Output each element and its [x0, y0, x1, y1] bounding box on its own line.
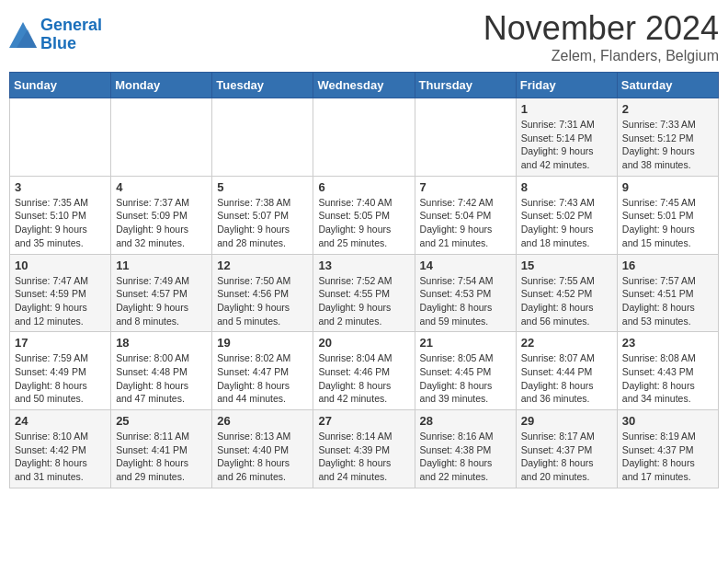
day-number: 26 — [217, 414, 308, 428]
month-title: November 2024 — [483, 9, 719, 48]
day-number: 27 — [318, 414, 409, 428]
day-info: Sunrise: 8:19 AM Sunset: 4:37 PM Dayligh… — [622, 430, 713, 484]
header-saturday: Saturday — [617, 73, 718, 98]
calendar-cell — [415, 98, 516, 177]
day-info: Sunrise: 7:35 AM Sunset: 5:10 PM Dayligh… — [15, 196, 106, 250]
calendar-cell: 20Sunrise: 8:04 AM Sunset: 4:46 PM Dayli… — [313, 332, 415, 410]
calendar-cell: 2Sunrise: 7:33 AM Sunset: 5:12 PM Daylig… — [617, 98, 718, 177]
day-info: Sunrise: 7:40 AM Sunset: 5:05 PM Dayligh… — [318, 196, 409, 250]
day-info: Sunrise: 7:54 AM Sunset: 4:53 PM Dayligh… — [420, 274, 511, 328]
logo-icon — [9, 22, 37, 48]
header-monday: Monday — [111, 73, 212, 98]
day-info: Sunrise: 8:10 AM Sunset: 4:42 PM Dayligh… — [15, 430, 106, 484]
day-number: 28 — [420, 414, 511, 428]
calendar-cell: 17Sunrise: 7:59 AM Sunset: 4:49 PM Dayli… — [10, 332, 111, 410]
calendar-cell: 18Sunrise: 8:00 AM Sunset: 4:48 PM Dayli… — [111, 332, 212, 410]
week-row-0: 1Sunrise: 7:31 AM Sunset: 5:14 PM Daylig… — [10, 98, 719, 177]
calendar-cell: 11Sunrise: 7:49 AM Sunset: 4:57 PM Dayli… — [111, 254, 212, 332]
calendar-cell: 3Sunrise: 7:35 AM Sunset: 5:10 PM Daylig… — [10, 176, 111, 254]
day-number: 1 — [521, 102, 612, 116]
day-number: 4 — [116, 180, 207, 194]
day-info: Sunrise: 8:00 AM Sunset: 4:48 PM Dayligh… — [116, 351, 207, 406]
calendar-cell: 6Sunrise: 7:40 AM Sunset: 5:05 PM Daylig… — [313, 176, 415, 254]
week-row-1: 3Sunrise: 7:35 AM Sunset: 5:10 PM Daylig… — [10, 176, 719, 254]
day-info: Sunrise: 8:05 AM Sunset: 4:45 PM Dayligh… — [420, 351, 511, 406]
week-row-2: 10Sunrise: 7:47 AM Sunset: 4:59 PM Dayli… — [10, 254, 719, 332]
calendar-table: SundayMondayTuesdayWednesdayThursdayFrid… — [9, 72, 719, 488]
calendar-cell: 27Sunrise: 8:14 AM Sunset: 4:39 PM Dayli… — [313, 410, 415, 488]
day-info: Sunrise: 8:14 AM Sunset: 4:39 PM Dayligh… — [318, 430, 409, 484]
day-number: 14 — [420, 259, 511, 272]
day-number: 3 — [15, 180, 106, 194]
calendar-cell — [111, 98, 212, 177]
day-number: 9 — [622, 180, 713, 194]
day-number: 24 — [15, 414, 106, 428]
calendar-cell: 25Sunrise: 8:11 AM Sunset: 4:41 PM Dayli… — [111, 410, 212, 488]
day-number: 2 — [622, 102, 713, 116]
day-info: Sunrise: 8:08 AM Sunset: 4:43 PM Dayligh… — [622, 351, 713, 406]
logo: General Blue — [9, 17, 102, 53]
day-info: Sunrise: 7:50 AM Sunset: 4:56 PM Dayligh… — [217, 274, 308, 328]
day-number: 22 — [521, 336, 612, 350]
day-info: Sunrise: 7:55 AM Sunset: 4:52 PM Dayligh… — [521, 274, 612, 328]
day-number: 19 — [217, 336, 308, 350]
header-wednesday: Wednesday — [313, 73, 415, 98]
day-number: 5 — [217, 180, 308, 194]
day-number: 7 — [420, 180, 511, 194]
day-number: 12 — [217, 259, 308, 272]
calendar-cell: 12Sunrise: 7:50 AM Sunset: 4:56 PM Dayli… — [212, 254, 313, 332]
day-number: 29 — [521, 414, 612, 428]
location: Zelem, Flanders, Belgium — [483, 48, 719, 64]
day-info: Sunrise: 7:43 AM Sunset: 5:02 PM Dayligh… — [521, 196, 612, 250]
logo-text: General Blue — [40, 17, 102, 53]
calendar-cell: 16Sunrise: 7:57 AM Sunset: 4:51 PM Dayli… — [617, 254, 718, 332]
calendar-cell — [313, 98, 415, 177]
header-friday: Friday — [516, 73, 617, 98]
calendar-cell: 24Sunrise: 8:10 AM Sunset: 4:42 PM Dayli… — [10, 410, 111, 488]
header-sunday: Sunday — [10, 73, 111, 98]
day-info: Sunrise: 7:49 AM Sunset: 4:57 PM Dayligh… — [116, 274, 207, 328]
title-area: November 2024 Zelem, Flanders, Belgium — [483, 9, 719, 64]
header-tuesday: Tuesday — [212, 73, 313, 98]
calendar-cell: 23Sunrise: 8:08 AM Sunset: 4:43 PM Dayli… — [617, 332, 718, 410]
day-number: 20 — [318, 336, 409, 350]
week-row-3: 17Sunrise: 7:59 AM Sunset: 4:49 PM Dayli… — [10, 332, 719, 410]
day-info: Sunrise: 8:13 AM Sunset: 4:40 PM Dayligh… — [217, 430, 308, 484]
day-number: 16 — [622, 259, 713, 272]
day-number: 11 — [116, 259, 207, 272]
header-thursday: Thursday — [415, 73, 516, 98]
calendar-cell: 19Sunrise: 8:02 AM Sunset: 4:47 PM Dayli… — [212, 332, 313, 410]
calendar-cell: 1Sunrise: 7:31 AM Sunset: 5:14 PM Daylig… — [516, 98, 617, 177]
day-number: 23 — [622, 336, 713, 350]
calendar-cell: 26Sunrise: 8:13 AM Sunset: 4:40 PM Dayli… — [212, 410, 313, 488]
day-info: Sunrise: 7:52 AM Sunset: 4:55 PM Dayligh… — [318, 274, 409, 328]
calendar-cell: 30Sunrise: 8:19 AM Sunset: 4:37 PM Dayli… — [617, 410, 718, 488]
day-info: Sunrise: 7:42 AM Sunset: 5:04 PM Dayligh… — [420, 196, 511, 250]
calendar-cell — [212, 98, 313, 177]
calendar-cell: 13Sunrise: 7:52 AM Sunset: 4:55 PM Dayli… — [313, 254, 415, 332]
day-info: Sunrise: 7:57 AM Sunset: 4:51 PM Dayligh… — [622, 274, 713, 328]
day-info: Sunrise: 7:45 AM Sunset: 5:01 PM Dayligh… — [622, 196, 713, 250]
week-row-4: 24Sunrise: 8:10 AM Sunset: 4:42 PM Dayli… — [10, 410, 719, 488]
calendar-cell: 5Sunrise: 7:38 AM Sunset: 5:07 PM Daylig… — [212, 176, 313, 254]
day-number: 10 — [15, 259, 106, 272]
day-number: 13 — [318, 259, 409, 272]
calendar-cell: 21Sunrise: 8:05 AM Sunset: 4:45 PM Dayli… — [415, 332, 516, 410]
calendar-cell: 9Sunrise: 7:45 AM Sunset: 5:01 PM Daylig… — [617, 176, 718, 254]
calendar-cell: 10Sunrise: 7:47 AM Sunset: 4:59 PM Dayli… — [10, 254, 111, 332]
day-info: Sunrise: 7:38 AM Sunset: 5:07 PM Dayligh… — [217, 196, 308, 250]
day-number: 6 — [318, 180, 409, 194]
day-info: Sunrise: 7:37 AM Sunset: 5:09 PM Dayligh… — [116, 196, 207, 250]
day-number: 18 — [116, 336, 207, 350]
day-info: Sunrise: 7:47 AM Sunset: 4:59 PM Dayligh… — [15, 274, 106, 328]
calendar-cell: 4Sunrise: 7:37 AM Sunset: 5:09 PM Daylig… — [111, 176, 212, 254]
day-info: Sunrise: 8:17 AM Sunset: 4:37 PM Dayligh… — [521, 430, 612, 484]
calendar-cell: 15Sunrise: 7:55 AM Sunset: 4:52 PM Dayli… — [516, 254, 617, 332]
day-info: Sunrise: 7:59 AM Sunset: 4:49 PM Dayligh… — [15, 351, 106, 406]
day-number: 17 — [15, 336, 106, 350]
calendar-cell — [10, 98, 111, 177]
day-number: 21 — [420, 336, 511, 350]
day-info: Sunrise: 7:33 AM Sunset: 5:12 PM Dayligh… — [622, 118, 713, 172]
day-info: Sunrise: 8:16 AM Sunset: 4:38 PM Dayligh… — [420, 430, 511, 484]
day-info: Sunrise: 8:02 AM Sunset: 4:47 PM Dayligh… — [217, 351, 308, 406]
